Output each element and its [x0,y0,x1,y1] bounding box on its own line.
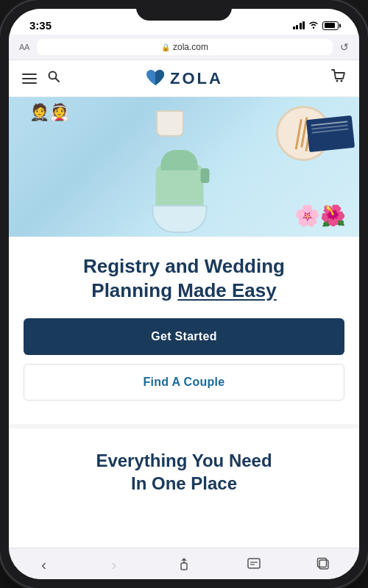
logo-text: ZOLA [170,69,223,88]
tabs-button[interactable] [311,554,337,575]
bottom-headline: Everything You Need In One Place [24,449,344,495]
phone-frame: 3:35 [0,0,368,588]
refresh-icon[interactable]: ↺ [340,41,349,53]
battery-icon [322,21,339,30]
svg-rect-5 [248,559,260,568]
flowers-decoration: 🌸🌺 [294,204,346,228]
app-content: ZOLA 🤵👰 [9,60,359,548]
nav-bar: ZOLA [9,60,359,97]
headline-underline: Made Easy [177,279,276,301]
mixer-decoration [156,165,208,233]
forward-button[interactable]: › [101,554,127,575]
share-button[interactable] [171,554,197,575]
hero-decor: 🤵👰 [9,97,359,237]
wifi-icon [308,21,319,30]
svg-rect-4 [181,563,187,570]
bookmarks-icon [247,557,261,572]
find-couple-button[interactable]: Find A Couple [24,364,344,401]
back-button[interactable]: ‹ [31,554,57,575]
svg-point-2 [336,80,339,82]
main-headline: Registry and Wedding Planning Made Easy [24,254,344,302]
bookmarks-button[interactable] [241,554,267,575]
status-time: 3:35 [29,19,52,32]
bottom-browser-bar: ‹ › [9,548,359,579]
logo-heart-icon [145,69,166,88]
browser-aa-label[interactable]: AA [19,43,29,51]
status-icons [293,21,339,30]
browser-url-text: zola.com [173,42,208,52]
svg-point-3 [341,80,343,82]
cup-decoration [156,110,184,137]
get-started-button[interactable]: Get Started [24,318,344,355]
cart-icon[interactable] [331,69,346,87]
lock-icon: 🔒 [161,43,170,51]
svg-line-1 [56,79,60,82]
main-content: Registry and Wedding Planning Made Easy … [9,237,359,412]
phone-screen: 3:35 [9,9,359,579]
browser-bar: AA 🔒 zola.com ↺ [9,35,359,60]
nav-logo[interactable]: ZOLA [145,69,223,88]
invitation-card [306,115,355,152]
hamburger-menu-icon[interactable] [22,74,37,84]
tabs-icon [316,557,331,572]
nav-left [22,70,60,87]
browser-url-bar[interactable]: 🔒 zola.com [37,39,333,55]
signal-bars-icon [293,21,305,29]
status-bar: 3:35 [9,9,359,35]
share-icon [177,557,191,572]
bottom-section: Everything You Need In One Place [9,429,359,506]
hero-image: 🤵👰 [9,97,359,237]
search-icon[interactable] [47,70,60,87]
figurine-icon: 🤵👰 [29,103,69,122]
